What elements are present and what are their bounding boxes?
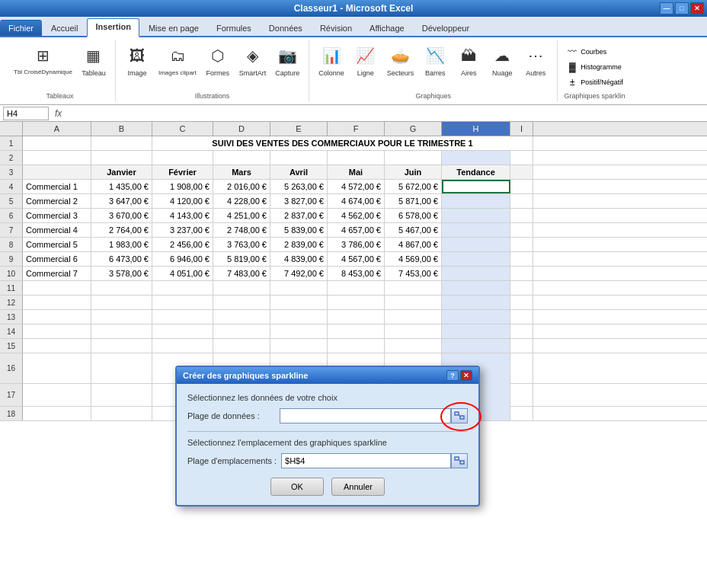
minimize-button[interactable]: — bbox=[660, 2, 673, 14]
dialog-field1-row: Plage de données : bbox=[187, 408, 468, 423]
ribbon-btn-ligne[interactable]: 📈 Ligne bbox=[350, 42, 381, 78]
ribbon-btn-courbes[interactable]: 〰 Courbes bbox=[564, 45, 625, 59]
formula-input[interactable] bbox=[68, 107, 704, 120]
range-select-icon bbox=[454, 411, 465, 420]
illustrations-group-label: Illustrations bbox=[195, 89, 230, 100]
ribbon-group-sparkline: 〰 Courbes ▓ Histogramme ± Positif/Négati… bbox=[558, 40, 632, 101]
ribbon-btn-nuage[interactable]: ☁ Nuage bbox=[487, 42, 517, 78]
ribbon-btn-images-clipart[interactable]: 🗂 Images clipart bbox=[155, 42, 200, 78]
courbes-icon: 〰 bbox=[566, 46, 578, 58]
dialog-divider bbox=[187, 431, 468, 432]
colonne-icon: 📊 bbox=[319, 43, 344, 68]
aires-icon: 🏔 bbox=[456, 43, 481, 68]
dialog-title-bar: Créer des graphiques sparkline ? ✕ bbox=[177, 367, 478, 384]
dialog-location-range-button[interactable] bbox=[451, 453, 468, 468]
dialog-field1-label: Plage de données : bbox=[187, 411, 275, 420]
tab-accueil[interactable]: Accueil bbox=[43, 20, 86, 36]
tableaux-group-label: Tableaux bbox=[46, 89, 73, 100]
spreadsheet: A B C D E F G H I 1 SUIVI DES VENTES DES… bbox=[0, 122, 707, 588]
dialog-title: Créer des graphiques sparkline bbox=[183, 371, 308, 380]
window-controls: — □ ✕ bbox=[660, 2, 704, 14]
dialog-location-range-input[interactable] bbox=[281, 453, 451, 468]
tblcroise-label: Tbl CroiséDynamique bbox=[14, 69, 72, 76]
dialog-section2-label: Sélectionnez l'emplacement des graphique… bbox=[187, 438, 468, 447]
ribbon-btn-smartart[interactable]: ◈ SmartArt bbox=[236, 42, 270, 78]
ribbon-btn-tblcroise[interactable]: ⊞ Tbl CroiséDynamique bbox=[11, 42, 75, 78]
formula-bar: fx bbox=[0, 105, 707, 122]
tab-insertion[interactable]: Insertion bbox=[87, 18, 139, 37]
ribbon-group-tableaux-items: ⊞ Tbl CroiséDynamique ▦ Tableau bbox=[11, 42, 109, 89]
formes-icon: ⬡ bbox=[206, 43, 230, 68]
range-select-icon2 bbox=[454, 456, 465, 465]
close-button[interactable]: ✕ bbox=[690, 2, 704, 14]
dialog-input1-area bbox=[280, 408, 468, 423]
ribbon-group-graphiques: 📊 Colonne 📈 Ligne 🥧 Secteurs 📉 Barres 🏔 … bbox=[309, 40, 558, 101]
dialog-help-button[interactable]: ? bbox=[446, 370, 459, 381]
colonne-label: Colonne bbox=[318, 69, 344, 77]
capture-label: Capture bbox=[275, 69, 299, 77]
sparkline-group-label: Graphiques sparklin bbox=[565, 89, 625, 100]
ribbon: ⊞ Tbl CroiséDynamique ▦ Tableau Tableaux… bbox=[0, 37, 707, 105]
sparkline-items: 〰 Courbes ▓ Histogramme ± Positif/Négati… bbox=[564, 45, 625, 89]
tab-formules[interactable]: Formules bbox=[208, 20, 260, 36]
dialog-cancel-button[interactable]: Annuler bbox=[331, 478, 385, 496]
dialog-buttons: OK Annuler bbox=[187, 478, 468, 496]
ribbon-tabs: Fichier Accueil Insertion Mise en page F… bbox=[0, 17, 707, 37]
histogramme-label: Histogramme bbox=[581, 63, 622, 71]
dialog-data-range-input[interactable] bbox=[280, 408, 451, 423]
tab-affichage[interactable]: Affichage bbox=[361, 20, 413, 36]
nuage-label: Nuage bbox=[492, 69, 513, 77]
ligne-icon: 📈 bbox=[354, 43, 378, 68]
dialog-field2-label: Plage d'emplacements : bbox=[187, 456, 277, 465]
dialog-overlay: Créer des graphiques sparkline ? ✕ Sélec… bbox=[0, 122, 707, 588]
svg-rect-4 bbox=[460, 461, 464, 464]
ribbon-btn-colonne[interactable]: 📊 Colonne bbox=[315, 42, 347, 78]
clipart-label: Images clipart bbox=[158, 69, 197, 76]
ribbon-btn-aires[interactable]: 🏔 Aires bbox=[453, 42, 484, 78]
tblcroise-icon: ⊞ bbox=[30, 43, 55, 68]
secteurs-icon: 🥧 bbox=[389, 43, 413, 68]
dialog-data-range-button[interactable] bbox=[451, 408, 468, 423]
ribbon-btn-image[interactable]: 🖼 Image bbox=[122, 42, 152, 78]
dialog-title-controls: ? ✕ bbox=[446, 370, 472, 381]
maximize-button[interactable]: □ bbox=[675, 2, 689, 14]
ribbon-btn-secteurs[interactable]: 🥧 Secteurs bbox=[384, 42, 417, 78]
histogramme-icon: ▓ bbox=[566, 61, 578, 73]
tab-revision[interactable]: Révision bbox=[312, 20, 360, 36]
svg-rect-0 bbox=[455, 412, 459, 415]
svg-rect-1 bbox=[460, 416, 464, 419]
tableau-icon: ▦ bbox=[82, 43, 106, 68]
graphiques-group-label: Graphiques bbox=[416, 89, 452, 100]
secteurs-label: Secteurs bbox=[387, 69, 414, 77]
aires-label: Aires bbox=[461, 69, 477, 77]
courbes-label: Courbes bbox=[581, 48, 606, 56]
ribbon-btn-histogramme[interactable]: ▓ Histogramme bbox=[564, 60, 625, 74]
ribbon-btn-tableau[interactable]: ▦ Tableau bbox=[78, 42, 109, 78]
dialog-field2-row: Plage d'emplacements : bbox=[187, 453, 468, 468]
ribbon-btn-capture[interactable]: 📷 Capture bbox=[272, 42, 302, 78]
tab-developpeur[interactable]: Développeur bbox=[414, 20, 478, 36]
barres-label: Barres bbox=[425, 69, 446, 77]
positif-negatif-icon: ± bbox=[566, 76, 578, 88]
ribbon-btn-formes[interactable]: ⬡ Formes bbox=[203, 42, 233, 78]
sparkline-dialog: Créer des graphiques sparkline ? ✕ Sélec… bbox=[175, 366, 480, 507]
ribbon-group-illustrations: 🖼 Image 🗂 Images clipart ⬡ Formes ◈ Smar… bbox=[116, 40, 309, 101]
dialog-section1-label: Sélectionnez les données de votre choix bbox=[187, 393, 468, 402]
tab-fichier[interactable]: Fichier bbox=[0, 20, 42, 36]
tab-donnees[interactable]: Données bbox=[261, 20, 311, 36]
tab-mise-en-page[interactable]: Mise en page bbox=[140, 20, 207, 36]
clipart-icon: 🗂 bbox=[165, 43, 190, 68]
image-label: Image bbox=[127, 69, 146, 77]
nuage-icon: ☁ bbox=[490, 43, 514, 68]
ribbon-btn-positif-negatif[interactable]: ± Positif/Négatif bbox=[564, 75, 625, 89]
svg-rect-3 bbox=[455, 457, 459, 460]
tableau-label: Tableau bbox=[82, 69, 106, 77]
smartart-label: SmartArt bbox=[239, 69, 267, 77]
title-bar: Classeur1 - Microsoft Excel — □ ✕ bbox=[0, 0, 707, 17]
dialog-ok-button[interactable]: OK bbox=[270, 478, 324, 496]
fx-label: fx bbox=[52, 108, 65, 119]
ribbon-btn-barres[interactable]: 📉 Barres bbox=[420, 42, 450, 78]
ribbon-btn-autres[interactable]: ⋯ Autres bbox=[520, 42, 551, 78]
dialog-close-button[interactable]: ✕ bbox=[460, 370, 472, 381]
cell-reference-input[interactable] bbox=[3, 107, 49, 120]
